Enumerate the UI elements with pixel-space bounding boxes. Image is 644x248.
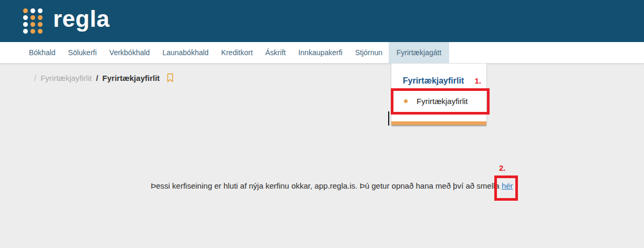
system-message: Þessi kerfiseining er hluti af nýja kerf… <box>151 181 513 191</box>
regla-logo[interactable]: regla <box>23 7 110 35</box>
nav-item-fyrirtaekjagatt[interactable]: Fyrirtækjagátt <box>389 42 449 63</box>
logo-dot <box>38 22 43 27</box>
nav-item-askrift[interactable]: Áskrift <box>259 42 292 63</box>
logo-dot <box>30 15 35 20</box>
logo-dot <box>30 29 35 34</box>
app-header: regla <box>0 0 644 42</box>
annotation-step-2-label: 2. <box>499 163 506 173</box>
logo-dot <box>23 15 28 20</box>
breadcrumb: / Fyrirtækjayfirlit / Fyrirtækjayfirlit <box>34 73 174 83</box>
bookmark-icon[interactable] <box>166 73 174 83</box>
nav-items: Bókhald Sölukerfi Verkbókhald Launabókha… <box>0 42 644 63</box>
breadcrumb-current: Fyrirtækjayfirlit <box>102 74 160 82</box>
nav-item-solukerfi[interactable]: Sölukerfi <box>62 42 103 63</box>
dropdown-item-fyrirtaekjayfirlit[interactable]: Fyrirtækjayfirlit <box>391 88 486 114</box>
text-cursor-artifact <box>388 111 389 126</box>
nav-item-bokhald[interactable]: Bókhald <box>23 42 62 63</box>
nav-item-launabokhald[interactable]: Launabókhald <box>156 42 215 63</box>
main-nav: Bókhald Sölukerfi Verkbókhald Launabókha… <box>0 42 644 63</box>
nav-item-stjornun[interactable]: Stjórnun <box>349 42 389 63</box>
her-link[interactable]: hér <box>502 181 513 190</box>
logo-dot <box>38 8 43 13</box>
logo-dot <box>38 15 43 20</box>
nav-item-verkbokhald[interactable]: Verkbókhald <box>103 42 156 63</box>
logo-dot <box>23 8 28 13</box>
page: regla Bókhald Sölukerfi Verkbókhald Laun… <box>0 0 644 248</box>
logo-dot <box>30 8 35 13</box>
logo-dots-icon <box>23 8 43 34</box>
breadcrumb-separator: / <box>96 74 98 82</box>
logo-dot <box>23 22 28 27</box>
message-text: Þessi kerfiseining er hluti af nýja kerf… <box>151 181 502 190</box>
logo-dot <box>38 29 43 34</box>
dropdown-item-label: Fyrirtækjayfirlit <box>417 97 468 106</box>
link-annotation-wrap: hér2. <box>502 181 513 190</box>
logo-wordmark: regla <box>53 7 110 35</box>
nav-item-kreditkort[interactable]: Kreditkort <box>215 42 259 63</box>
bullet-icon <box>404 99 408 103</box>
logo-dot <box>30 22 35 27</box>
dropdown-accent-bar <box>391 121 486 125</box>
breadcrumb-slash: / <box>34 74 36 82</box>
annotation-step-1-label: 1. <box>474 76 481 85</box>
dropdown-title: Fyrirtækjayfirlit <box>391 76 475 86</box>
logo-dot <box>23 29 28 34</box>
fyrirtaekjagatt-dropdown: Fyrirtækjayfirlit 1. Fyrirtækjayfirlit <box>391 64 486 125</box>
breadcrumb-parent[interactable]: Fyrirtækjayfirlit <box>40 74 92 82</box>
nav-item-innkaupakerfi[interactable]: Innkaupakerfi <box>292 42 349 63</box>
